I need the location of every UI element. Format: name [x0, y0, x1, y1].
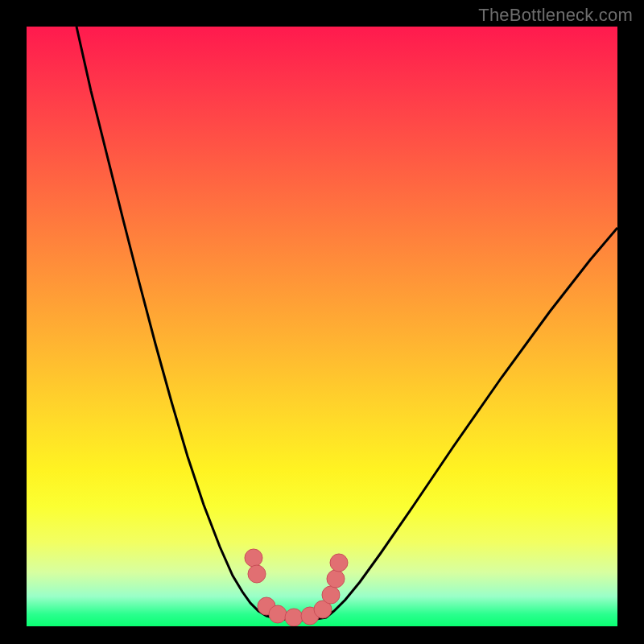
data-marker — [330, 554, 348, 572]
v-curve — [76, 27, 617, 620]
data-markers — [245, 549, 348, 626]
watermark-text: TheBottleneck.com — [478, 5, 633, 26]
data-marker — [322, 586, 340, 604]
data-marker — [245, 549, 262, 567]
data-marker — [248, 565, 266, 583]
data-marker — [285, 609, 303, 626]
chart-frame — [27, 27, 617, 626]
data-marker — [327, 570, 345, 588]
bottleneck-curve-plot — [27, 27, 617, 626]
data-marker — [269, 605, 287, 623]
